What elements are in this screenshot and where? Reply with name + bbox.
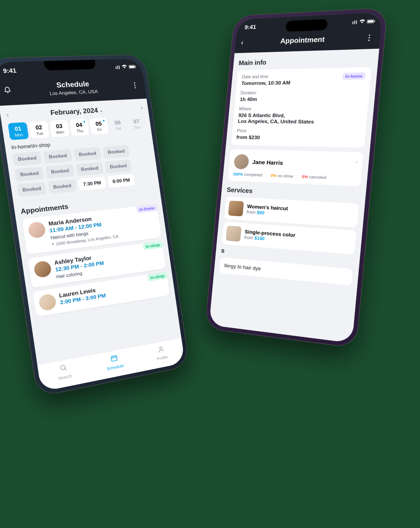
main-info-title: Main info [238, 56, 373, 67]
time-slot: Booked [17, 182, 47, 197]
svg-rect-11 [367, 20, 373, 22]
tab-label: Search [58, 373, 72, 381]
time-slot[interactable]: 8:00 PM [107, 174, 135, 188]
status-time: 9:41 [244, 24, 256, 31]
status-icons: ıll [352, 19, 375, 25]
page-title: Appointment [280, 35, 325, 45]
day-name: Sat [111, 126, 126, 131]
stat-noshow-label: no-show [278, 173, 293, 178]
day-cell[interactable]: 07Sun [127, 115, 146, 132]
phone-schedule: 9:41 ıll [0, 55, 189, 397]
time-slot: Booked [12, 151, 42, 166]
svg-rect-12 [374, 20, 375, 22]
time-slot: Booked [48, 179, 77, 194]
signal-icon: ıll [352, 19, 358, 25]
day-number: 01 [9, 125, 27, 132]
screen-schedule: 9:41 ıll [0, 58, 185, 392]
datetime-label: Date and time [242, 74, 291, 80]
where-value-line1: 926 S Atlantic Blvd, [238, 113, 362, 119]
stat-completed-value: 100% [233, 172, 243, 177]
time-slot: Booked [43, 149, 72, 164]
location-type-badge: In-shop [147, 272, 167, 281]
appointments-title: Appointments [20, 203, 69, 215]
more-icon[interactable]: ⋮ [365, 33, 374, 42]
day-name: Sun [130, 125, 145, 130]
service-thumbnail [228, 201, 244, 216]
svg-line-7 [112, 356, 113, 357]
day-cell[interactable]: 03Wen [49, 120, 70, 137]
client-card[interactable]: Jane Harris › 100%completed 0%no-show 0%… [228, 149, 364, 187]
service-thumbnail [226, 226, 241, 242]
tab-label: Schedule [106, 363, 124, 371]
stat-noshow-value: 0% [271, 173, 277, 178]
duration-label: Duration [240, 90, 364, 95]
status-icons: ıll [115, 64, 137, 70]
svg-rect-5 [111, 356, 117, 361]
price-value: from $230 [236, 134, 360, 142]
month-selector[interactable]: February, 2024 ⌄ [50, 106, 104, 117]
avatar [27, 221, 46, 239]
location-type-badge: In-shop [142, 241, 163, 250]
tab-search[interactable]: Search [56, 363, 72, 381]
location-type-badge: In-home [342, 72, 366, 80]
wifi-icon [121, 64, 128, 70]
svg-rect-2 [135, 66, 136, 67]
day-number: 03 [51, 123, 67, 130]
page-title: Schedule [48, 79, 97, 90]
time-slot: Booked [14, 167, 44, 182]
time-slot: Booked [103, 145, 130, 159]
wifi-icon [359, 19, 365, 25]
person-icon [157, 345, 165, 355]
time-slot[interactable]: 7:30 PM [78, 177, 106, 191]
where-label: Where [239, 106, 363, 112]
day-cell[interactable]: 02Tue [29, 121, 50, 139]
month-label: February, 2024 [50, 106, 98, 117]
dynamic-island [285, 19, 328, 32]
day-name: Fri [92, 127, 107, 132]
duration-value: 1h 40m [240, 96, 364, 102]
chevron-right-icon: › [355, 159, 358, 165]
page-subtitle: Los Angeles, CA, USA [49, 89, 98, 97]
stat-canceled-label: canceled [309, 174, 326, 180]
appointments-list: Maria Anderson11:00 AM - 12:00 PMHaircut… [22, 204, 170, 317]
battery-icon [128, 64, 137, 70]
back-icon[interactable]: ‹ [241, 39, 244, 46]
header-appointment: 9:41 ıll ‹ Appointment [235, 12, 383, 53]
client-stats: 100%completed 0%no-show 0%canceled [233, 172, 356, 181]
next-month-icon[interactable]: › [140, 104, 143, 111]
day-cell[interactable]: 01Mon [8, 122, 29, 140]
search-icon [59, 364, 68, 374]
prev-month-icon[interactable]: ‹ [6, 111, 9, 119]
stat-canceled-value: 0% [302, 174, 308, 179]
time-slot: Booked [45, 164, 75, 179]
chevron-down-icon: ⌄ [99, 108, 103, 113]
services-list: Women's haircutfrom $90Single-process co… [222, 197, 359, 255]
schedule-content[interactable]: ‹ February, 2024 ⌄ › 01Mon02Tue03Wen04Th… [0, 99, 181, 365]
appointment-content[interactable]: Main info Date and time Tomorrow, 10:30 … [209, 49, 379, 343]
battery-icon [366, 19, 375, 25]
location-type-badge: In-home [136, 204, 158, 213]
time-slot: Booked [73, 147, 102, 161]
notifications-icon[interactable] [3, 86, 12, 95]
day-name: Thu [72, 128, 88, 134]
svg-point-9 [160, 347, 162, 350]
main-info-card: Date and time Tomorrow, 10:30 AM In-home… [231, 67, 371, 148]
tab-label: Profile [156, 354, 168, 361]
day-cell[interactable]: 04Thu [70, 119, 90, 136]
tab-profile[interactable]: Profile [155, 345, 168, 361]
time-slot: Booked [105, 159, 132, 174]
signal-icon: ıll [115, 65, 121, 70]
tab-schedule[interactable]: Schedule [105, 353, 124, 371]
pin-icon: ⌖ [51, 241, 55, 247]
svg-line-6 [111, 357, 116, 358]
datetime-value: Tomorrow, 10:30 AM [241, 80, 291, 86]
svg-rect-1 [129, 65, 135, 68]
screen-appointment: 9:41 ıll ‹ Appointment [209, 12, 383, 343]
notch [44, 60, 96, 70]
day-cell[interactable]: 06Sat [108, 116, 128, 133]
day-name: Wen [52, 129, 68, 135]
status-time: 9:41 [2, 67, 17, 75]
svg-point-3 [60, 365, 65, 370]
more-icon[interactable]: ⋮ [131, 81, 139, 90]
day-cell[interactable]: 05Fri [89, 118, 109, 135]
